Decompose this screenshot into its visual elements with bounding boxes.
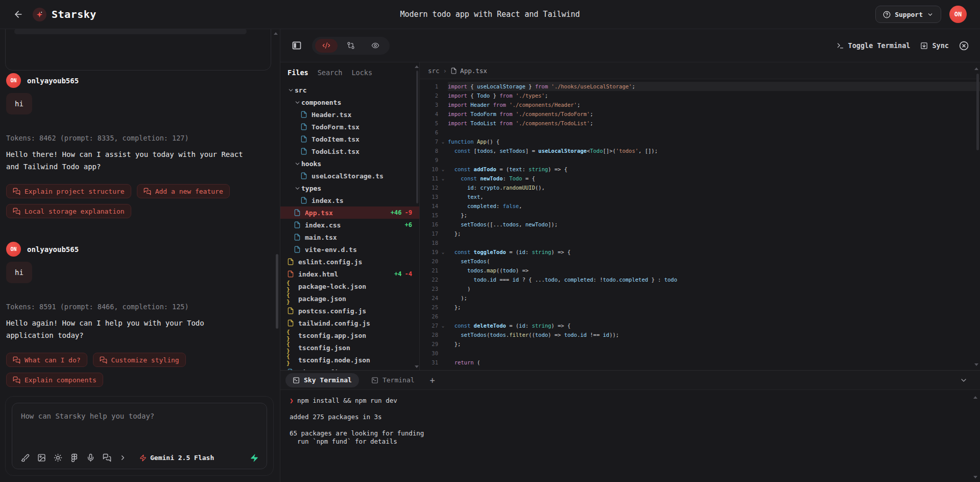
explorer-tab-files[interactable]: Files	[288, 68, 308, 77]
line-number: 19	[420, 247, 438, 257]
collapse-terminal-icon[interactable]	[960, 376, 968, 384]
suggestion-chip[interactable]: Explain components	[6, 373, 103, 387]
tree-item-types[interactable]: types	[280, 182, 419, 194]
user-avatar[interactable]: ON	[949, 6, 967, 23]
tree-item-index.ts[interactable]: index.ts	[280, 194, 419, 206]
code-area[interactable]: 1import { useLocalStorage } from './hook…	[420, 79, 980, 370]
mic-icon[interactable]	[86, 453, 95, 462]
fold-chevron-icon[interactable]: ⌄	[438, 247, 448, 257]
diff-badges: +6	[405, 221, 412, 228]
explorer-tab-locks[interactable]: Locks	[351, 68, 372, 77]
sync-button[interactable]: Sync	[920, 41, 949, 50]
explorer-scrollbar-thumb[interactable]	[416, 71, 418, 203]
tree-item-hooks[interactable]: hooks	[280, 157, 419, 170]
tree-item-TodoForm.tsx[interactable]: TodoForm.tsx	[280, 121, 419, 133]
brand-name: Starsky	[52, 8, 97, 20]
tree-item-vite-env.d.ts[interactable]: vite-env.d.ts	[280, 243, 419, 256]
code-line: 26	[420, 312, 980, 321]
tree-item-Header.tsx[interactable]: Header.tsx	[280, 108, 419, 121]
file-type-icon: { }	[286, 292, 294, 305]
terminal-output[interactable]: ❯ npm install && npm run devadded 275 pa…	[280, 390, 980, 482]
breadcrumb-file[interactable]: App.tsx	[460, 67, 487, 75]
code-text	[448, 155, 980, 165]
tree-item-package-lock.json[interactable]: { }package-lock.json	[280, 280, 419, 292]
tree-item-useLocalStorage.ts[interactable]: useLocalStorage.ts	[280, 170, 419, 182]
gutter-spacer	[438, 303, 448, 312]
figma-icon[interactable]	[70, 453, 79, 462]
terminal-tab-terminal[interactable]: Terminal	[364, 373, 422, 387]
code-text: };	[448, 339, 980, 349]
toggle-terminal-button[interactable]: Toggle Terminal	[836, 41, 911, 50]
suggestion-chip[interactable]: Customize styling	[93, 353, 186, 367]
code-line: 17 };	[420, 229, 980, 238]
fold-chevron-icon[interactable]: ⌄	[438, 321, 448, 330]
code-text	[448, 128, 980, 137]
tree-item-TodoItem.tsx[interactable]: TodoItem.tsx	[280, 133, 419, 145]
file-type-icon	[300, 172, 307, 179]
add-terminal-button[interactable]: +	[430, 375, 435, 385]
tree-item-index.css[interactable]: index.css+6	[280, 219, 419, 231]
preview-view-button[interactable]	[364, 39, 387, 53]
explorer-scroll-down-arrow[interactable]	[415, 365, 419, 368]
square-terminal-icon	[371, 377, 378, 384]
sun-icon[interactable]	[54, 453, 62, 462]
editor-scroll-down-arrow[interactable]	[974, 363, 978, 366]
code-line: 21 todos.map((todo) =>	[420, 266, 980, 275]
chat-composer[interactable]: How can Starsky help you today?	[12, 403, 267, 469]
terminal-tab-sky-terminal[interactable]: Sky Terminal	[285, 373, 359, 387]
support-label: Support	[895, 11, 923, 18]
messages-icon[interactable]	[103, 453, 111, 462]
tree-item-components[interactable]: components	[280, 96, 419, 108]
brush-icon[interactable]	[21, 453, 30, 462]
chevron-right-icon[interactable]	[119, 454, 127, 462]
terminal-scroll-up-arrow[interactable]	[973, 396, 977, 399]
tree-item-tsconfig.node.json[interactable]: { }tsconfig.node.json	[280, 354, 419, 366]
fold-chevron-icon[interactable]: ⌄	[438, 174, 448, 183]
image-icon[interactable]	[37, 453, 46, 462]
file-type-icon	[293, 209, 301, 216]
suggestion-chip[interactable]: Local storage explanation	[6, 204, 131, 218]
suggestion-chip[interactable]: What can I do?	[6, 353, 87, 367]
send-button[interactable]	[250, 453, 259, 463]
terminal-line: ❯ npm install && npm run dev	[290, 397, 971, 405]
panel-left-toggle-icon[interactable]	[292, 40, 302, 51]
tree-item-TodoList.tsx[interactable]: TodoList.tsx	[280, 145, 419, 157]
breadcrumb-folder[interactable]: src	[428, 67, 440, 75]
chat-scrollbar-thumb[interactable]	[276, 254, 278, 329]
explorer-tab-search[interactable]: Search	[318, 68, 343, 77]
suggestion-chip[interactable]: Add a new feature	[137, 184, 230, 198]
tree-item-tailwind.config.js[interactable]: tailwind.config.js	[280, 317, 419, 329]
editor-scrollbar-thumb[interactable]	[976, 74, 979, 150]
editor-scroll-up-arrow[interactable]	[974, 67, 978, 70]
tree-item-eslint.config.js[interactable]: eslint.config.js	[280, 256, 419, 268]
tree-item-postcss.config.js[interactable]: postcss.config.js	[280, 305, 419, 317]
tree-item-tsconfig.app.json[interactable]: { }tsconfig.app.json	[280, 329, 419, 341]
suggestion-chip[interactable]: Explain project structure	[6, 184, 131, 198]
back-button[interactable]	[13, 9, 23, 19]
fold-chevron-icon[interactable]: ⌄	[438, 137, 448, 146]
terminal-scroll-down-arrow[interactable]	[973, 476, 977, 478]
git-diff-view-button[interactable]	[340, 39, 362, 53]
chat-bubble-icon	[100, 356, 107, 364]
tree-item-index.html[interactable]: index.html+4-4	[280, 268, 419, 280]
chat-scroll-up-arrow[interactable]	[274, 32, 278, 35]
support-button[interactable]: Support	[875, 6, 941, 23]
model-selector[interactable]: Gemini 2.5 Flash	[139, 454, 214, 462]
tree-item-vite.config.ts[interactable]: vite.config.ts	[280, 366, 419, 370]
close-workspace-icon[interactable]	[959, 41, 969, 51]
explorer-tabs: FilesSearchLocks	[280, 62, 419, 83]
workspace-panel: Toggle Terminal Sync FilesSearchLocks sr…	[280, 29, 980, 482]
tree-item-main.tsx[interactable]: main.tsx	[280, 231, 419, 243]
user-message-bubble: hi	[6, 93, 32, 114]
tree-item-package.json[interactable]: { }package.json	[280, 292, 419, 305]
code-view-button[interactable]	[315, 39, 338, 53]
tree-item-name: types	[301, 185, 321, 192]
tree-item-src[interactable]: src	[280, 84, 419, 96]
suggestion-chips: Explain project structureAdd a new featu…	[6, 184, 251, 218]
fold-chevron-icon[interactable]: ⌄	[438, 165, 448, 174]
explorer-scroll-up-arrow[interactable]	[415, 65, 419, 68]
code-text: import Header from './components/Header'…	[448, 100, 980, 109]
tree-item-tsconfig.json[interactable]: { }tsconfig.json	[280, 341, 419, 354]
tree-item-App.tsx[interactable]: App.tsx+46-9	[280, 206, 419, 219]
code-line: 7⌄function App() {	[420, 137, 980, 146]
